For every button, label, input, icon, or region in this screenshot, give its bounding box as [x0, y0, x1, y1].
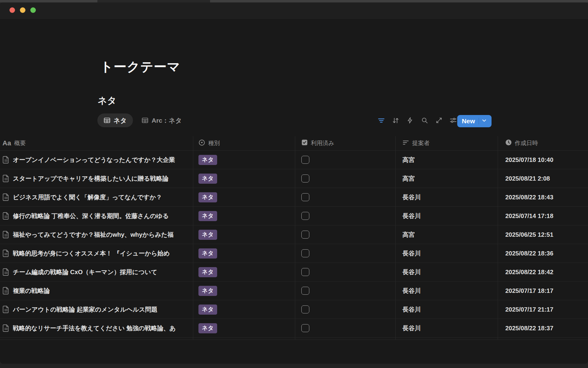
- row-proposer-cell[interactable]: 長谷川: [396, 263, 498, 281]
- row-title[interactable]: スタートアップでキャリアを構築したい人に贈る戦略論: [13, 174, 168, 183]
- row-title[interactable]: 戦略的思考が身につくオススメ本！ 『イシューから始め: [13, 249, 170, 258]
- type-badge[interactable]: ネタ: [198, 155, 217, 165]
- row-created-cell[interactable]: 2025/07/17 21:17: [498, 300, 588, 319]
- tab-arc-neta[interactable]: Arc：ネタ: [135, 113, 188, 127]
- row-title-cell[interactable]: 修行の戦略論 丁稚奉公、深く潜る期間。佐藤さんのゆる: [0, 207, 193, 225]
- row-proposer-cell[interactable]: 高宮: [396, 169, 498, 188]
- row-type-cell[interactable]: ネタ: [193, 207, 295, 225]
- minimize-window-button[interactable]: [20, 7, 25, 13]
- row-title[interactable]: 戦略的なリサーチ手法を教えてください 勉強の戦略論、あ: [13, 324, 176, 332]
- row-title-cell[interactable]: オープンイノベーションってどうなったんですか？大企業: [0, 151, 193, 169]
- type-badge[interactable]: ネタ: [198, 305, 217, 315]
- row-created-cell[interactable]: 2025/08/22 18:42: [498, 263, 588, 281]
- row-type-cell[interactable]: ネタ: [193, 319, 295, 337]
- type-badge[interactable]: ネタ: [198, 230, 217, 240]
- row-title-cell[interactable]: スタートアップでキャリアを構築したい人に贈る戦略論: [0, 169, 193, 188]
- row-used-cell[interactable]: [295, 151, 396, 169]
- used-checkbox[interactable]: [301, 249, 309, 257]
- row-type-cell[interactable]: ネタ: [193, 263, 295, 281]
- row-proposer-cell[interactable]: 高宮: [396, 151, 498, 169]
- zoom-window-button[interactable]: [30, 7, 36, 13]
- row-proposer-cell[interactable]: 長谷川: [396, 282, 498, 300]
- row-used-cell[interactable]: [295, 319, 396, 337]
- used-checkbox[interactable]: [301, 193, 309, 201]
- column-header-overview[interactable]: Aa 概要: [0, 136, 193, 150]
- type-badge[interactable]: ネタ: [198, 323, 217, 333]
- search-icon[interactable]: [421, 117, 428, 124]
- row-used-cell[interactable]: [295, 207, 396, 225]
- row-proposer-cell[interactable]: 長谷川: [396, 300, 498, 319]
- row-created-cell[interactable]: 2025/08/21 2:08: [498, 169, 588, 188]
- row-used-cell[interactable]: [295, 263, 396, 281]
- row-proposer-cell[interactable]: 長谷川: [396, 319, 498, 337]
- row-used-cell[interactable]: [295, 225, 396, 244]
- row-proposer-cell[interactable]: 長谷川: [396, 244, 498, 263]
- row-used-cell[interactable]: [295, 282, 396, 300]
- row-created-cell[interactable]: 2025/08/22 18:36: [498, 244, 588, 263]
- row-title[interactable]: 複業の戦略論: [13, 287, 50, 295]
- column-header-created[interactable]: 作成日時: [498, 136, 588, 150]
- row-proposer-cell[interactable]: 長谷川: [396, 188, 498, 206]
- used-checkbox[interactable]: [301, 212, 309, 220]
- automations-icon[interactable]: [406, 117, 414, 124]
- type-badge[interactable]: ネタ: [198, 192, 217, 202]
- row-title[interactable]: 修行の戦略論 丁稚奉公、深く潜る期間。佐藤さんのゆる: [13, 212, 169, 220]
- row-proposer-cell[interactable]: 高宮: [396, 225, 498, 244]
- row-type-cell[interactable]: ネタ: [193, 300, 295, 319]
- row-type-cell[interactable]: ネタ: [193, 244, 295, 263]
- row-title[interactable]: 福祉やってみてどうですか？福祉のwhy、whyからみた福: [13, 231, 174, 239]
- row-title-cell[interactable]: ビジネス用語でよく聞く「解像度」ってなんですか？: [0, 188, 193, 206]
- row-type-cell[interactable]: ネタ: [193, 282, 295, 300]
- row-used-cell[interactable]: [295, 244, 396, 263]
- row-used-cell[interactable]: [295, 300, 396, 319]
- row-type-cell[interactable]: ネタ: [193, 188, 295, 206]
- row-created-cell[interactable]: 2025/08/22 18:43: [498, 188, 588, 206]
- row-title-cell[interactable]: 戦略的思考が身につくオススメ本！ 『イシューから始め: [0, 244, 193, 263]
- type-badge[interactable]: ネタ: [198, 174, 217, 184]
- view-settings-icon[interactable]: [450, 117, 457, 124]
- column-header-type[interactable]: 種別: [193, 136, 295, 150]
- used-checkbox[interactable]: [301, 305, 309, 313]
- used-checkbox[interactable]: [301, 231, 309, 239]
- sort-icon[interactable]: [392, 117, 399, 124]
- row-used-cell[interactable]: [295, 188, 396, 206]
- row-title[interactable]: バーンアウトの戦略論 起業家のメンタルヘルス問題: [13, 305, 157, 314]
- type-badge[interactable]: ネタ: [198, 286, 217, 296]
- used-checkbox[interactable]: [301, 287, 309, 295]
- table-row: バーンアウトの戦略論 起業家のメンタルヘルス問題ネタ長谷川2025/07/17 …: [0, 300, 588, 319]
- row-used-cell[interactable]: [295, 169, 396, 188]
- used-checkbox[interactable]: [301, 268, 309, 276]
- row-title-cell[interactable]: チーム編成の戦略論 CxO（キーマン）採用について: [0, 263, 193, 281]
- table-row-partial: [0, 338, 588, 340]
- used-checkbox[interactable]: [301, 174, 309, 182]
- row-created-cell[interactable]: 2025/07/17 18:17: [498, 282, 588, 300]
- type-badge[interactable]: ネタ: [198, 267, 217, 277]
- row-title-cell[interactable]: 複業の戦略論: [0, 282, 193, 300]
- used-checkbox[interactable]: [301, 156, 309, 164]
- filter-icon[interactable]: [378, 117, 385, 124]
- column-header-proposer[interactable]: 提案者: [396, 136, 498, 150]
- new-button[interactable]: New: [457, 115, 492, 127]
- close-window-button[interactable]: [9, 7, 15, 13]
- tab-neta[interactable]: ネタ: [97, 113, 133, 127]
- row-proposer-cell[interactable]: 長谷川: [396, 207, 498, 225]
- row-type-cell[interactable]: ネタ: [193, 169, 295, 188]
- row-created-cell[interactable]: 2025/07/14 17:18: [498, 207, 588, 225]
- row-type-cell[interactable]: ネタ: [193, 225, 295, 244]
- row-created-cell[interactable]: 2025/08/22 18:37: [498, 319, 588, 337]
- row-created-cell[interactable]: 2025/07/18 10:40: [498, 151, 588, 169]
- row-title-cell[interactable]: バーンアウトの戦略論 起業家のメンタルヘルス問題: [0, 300, 193, 319]
- row-type-cell[interactable]: ネタ: [193, 151, 295, 169]
- row-title-cell[interactable]: 福祉やってみてどうですか？福祉のwhy、whyからみた福: [0, 225, 193, 244]
- row-title[interactable]: チーム編成の戦略論 CxO（キーマン）採用について: [13, 268, 157, 276]
- chevron-down-icon[interactable]: [481, 117, 487, 125]
- type-badge[interactable]: ネタ: [198, 211, 217, 221]
- row-created-cell[interactable]: 2025/06/25 12:51: [498, 225, 588, 244]
- row-title[interactable]: オープンイノベーションってどうなったんですか？大企業: [13, 156, 175, 164]
- row-title[interactable]: ビジネス用語でよく聞く「解像度」ってなんですか？: [13, 193, 162, 201]
- type-badge[interactable]: ネタ: [198, 248, 217, 259]
- expand-icon[interactable]: [435, 117, 443, 124]
- row-title-cell[interactable]: 戦略的なリサーチ手法を教えてください 勉強の戦略論、あ: [0, 319, 193, 337]
- used-checkbox[interactable]: [301, 324, 309, 332]
- column-header-used[interactable]: 利用済み: [295, 136, 396, 150]
